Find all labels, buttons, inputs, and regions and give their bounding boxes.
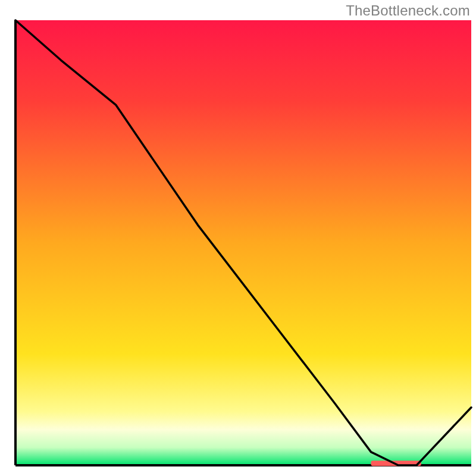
attribution-label: TheBottleneck.com [346,2,470,19]
plot-background [15,20,471,465]
bottleneck-chart [0,0,476,476]
chart-canvas: TheBottleneck.com [0,0,476,476]
